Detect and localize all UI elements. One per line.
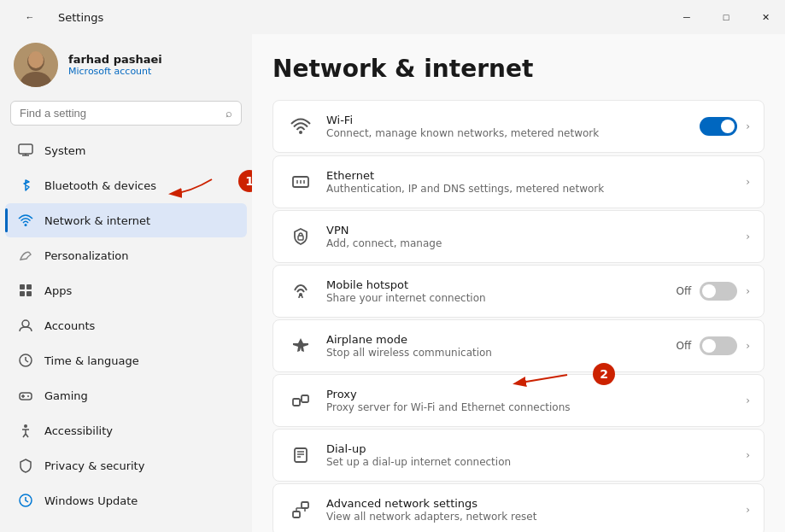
sidebar: farhad pashaei Microsoft account ⌕ 1 (0, 34, 252, 532)
page-title: Network & internet (272, 55, 764, 83)
airplane-chevron: › (746, 340, 750, 352)
settings-airplane-title: Airplane mode (326, 333, 667, 346)
settings-hotspot-desc: Share your internet connection (326, 292, 667, 304)
settings-wifi-desc: Connect, manage known networks, metered … (326, 127, 691, 139)
titlebar-left: ← Settings (10, 0, 103, 34)
settings-dialup-title: Dial-up (326, 442, 737, 455)
search-input[interactable] (20, 107, 219, 120)
system-icon (17, 142, 34, 159)
sidebar-item-personalization[interactable]: Personalization (5, 238, 247, 272)
sidebar-item-label-privacy: Privacy & security (44, 459, 144, 472)
settings-item-ethernet-text: Ethernet Authentication, IP and DNS sett… (326, 169, 737, 195)
user-name: farhad pashaei (68, 53, 162, 66)
sidebar-item-bluetooth[interactable]: Bluetooth & devices (5, 168, 247, 202)
settings-item-ethernet[interactable]: Ethernet Authentication, IP and DNS sett… (272, 155, 764, 208)
settings-wifi-title: Wi-Fi (326, 114, 691, 126)
sidebar-item-label-accounts: Accounts (44, 319, 95, 332)
sidebar-item-accessibility[interactable]: Accessibility (5, 413, 247, 447)
settings-item-dialup[interactable]: Dial-up Set up a dial-up internet connec… (272, 429, 764, 482)
settings-hotspot-right: Off › (676, 282, 750, 301)
svg-rect-10 (20, 291, 25, 296)
settings-item-wifi-text: Wi-Fi Connect, manage known networks, me… (326, 114, 691, 139)
svg-point-22 (299, 131, 302, 134)
sidebar-item-privacy[interactable]: Privacy & security (5, 448, 247, 482)
back-button[interactable]: ← (10, 0, 50, 34)
settings-airplane-desc: Stop all wireless communication (326, 347, 667, 359)
settings-hotspot-title: Mobile hotspot (326, 278, 667, 291)
settings-item-airplane[interactable]: Airplane mode Stop all wireless communic… (272, 319, 764, 372)
user-profile[interactable]: farhad pashaei Microsoft account (0, 34, 252, 101)
settings-advanced-title: Advanced network settings (326, 497, 737, 510)
sidebar-item-label-accessibility: Accessibility (44, 424, 113, 437)
time-icon (17, 352, 34, 369)
settings-vpn-desc: Add, connect, manage (326, 237, 737, 249)
sidebar-item-accounts[interactable]: Accounts (5, 308, 247, 342)
sidebar-item-time[interactable]: Time & language (5, 343, 247, 377)
personalization-icon (17, 247, 34, 264)
svg-point-3 (28, 51, 44, 68)
wifi-chevron: › (746, 120, 750, 132)
sidebar-item-gaming[interactable]: Gaming (5, 378, 247, 412)
settings-ethernet-desc: Authentication, IP and DNS settings, met… (326, 183, 737, 195)
nav-list: 1 System Bluetooth & devices (0, 132, 252, 518)
bluetooth-icon (17, 177, 34, 194)
svg-rect-37 (302, 502, 308, 508)
search-box[interactable]: ⌕ (10, 101, 242, 126)
settings-ethernet-right: › (746, 176, 750, 188)
sidebar-item-apps[interactable]: Apps (5, 273, 247, 307)
settings-vpn-right: › (746, 231, 750, 243)
settings-item-dialup-text: Dial-up Set up a dial-up internet connec… (326, 442, 737, 468)
sidebar-item-system[interactable]: System (5, 133, 247, 167)
titlebar-title: Settings (58, 11, 103, 24)
dialup-chevron: › (746, 449, 750, 461)
sidebar-item-label-update: Windows Update (44, 494, 138, 507)
settings-item-advanced-text: Advanced network settings View all netwo… (326, 497, 737, 523)
settings-ethernet-title: Ethernet (326, 169, 737, 182)
hotspot-icon (287, 278, 314, 305)
dialup-icon (287, 441, 314, 469)
settings-advanced-desc: View all network adapters, network reset (326, 511, 737, 523)
app-body: farhad pashaei Microsoft account ⌕ 1 (0, 34, 785, 532)
sidebar-item-label-system: System (44, 144, 85, 157)
settings-proxy-desc: Proxy server for Wi-Fi and Ethernet conn… (326, 401, 737, 413)
settings-item-proxy[interactable]: 2 Proxy Proxy server for Wi-Fi and Ether… (272, 374, 764, 427)
minimize-button[interactable]: ─ (667, 0, 706, 34)
svg-rect-9 (26, 284, 32, 289)
sidebar-item-label-gaming: Gaming (44, 389, 88, 402)
network-icon (17, 212, 34, 229)
settings-dialup-desc: Set up a dial-up internet connection (326, 456, 737, 468)
settings-airplane-right: Off › (676, 336, 750, 355)
svg-rect-32 (295, 448, 307, 462)
settings-item-airplane-text: Airplane mode Stop all wireless communic… (326, 333, 667, 359)
advanced-chevron: › (746, 504, 750, 516)
settings-item-wifi[interactable]: Wi-Fi Connect, manage known networks, me… (272, 100, 764, 153)
microsoft-account-link[interactable]: Microsoft account (68, 66, 162, 77)
svg-point-19 (27, 395, 29, 397)
settings-dialup-right: › (746, 449, 750, 461)
ethernet-chevron: › (746, 176, 750, 188)
settings-item-hotspot-text: Mobile hotspot Share your internet conne… (326, 278, 667, 304)
svg-rect-27 (298, 236, 303, 240)
svg-rect-8 (20, 284, 25, 289)
settings-item-vpn[interactable]: VPN Add, connect, manage › (272, 210, 764, 263)
hotspot-toggle[interactable] (700, 282, 737, 301)
svg-rect-11 (26, 291, 32, 296)
settings-item-hotspot[interactable]: Mobile hotspot Share your internet conne… (272, 265, 764, 318)
close-button[interactable]: ✕ (746, 0, 785, 34)
maximize-button[interactable]: □ (706, 0, 746, 34)
settings-item-advanced[interactable]: Advanced network settings View all netwo… (272, 483, 764, 532)
sidebar-item-network[interactable]: Network & internet (5, 203, 247, 237)
sidebar-item-windows-update[interactable]: Windows Update (5, 483, 247, 517)
ethernet-icon (287, 168, 314, 196)
svg-point-7 (25, 224, 27, 226)
wifi-toggle[interactable] (700, 117, 737, 136)
hotspot-chevron: › (746, 285, 750, 297)
proxy-icon (287, 387, 314, 414)
airplane-toggle[interactable] (700, 336, 737, 355)
sidebar-item-label-apps: Apps (44, 284, 72, 297)
svg-rect-4 (19, 144, 32, 154)
avatar (14, 43, 58, 87)
airplane-icon (287, 332, 314, 360)
settings-advanced-right: › (746, 504, 750, 516)
apps-icon (17, 282, 34, 299)
